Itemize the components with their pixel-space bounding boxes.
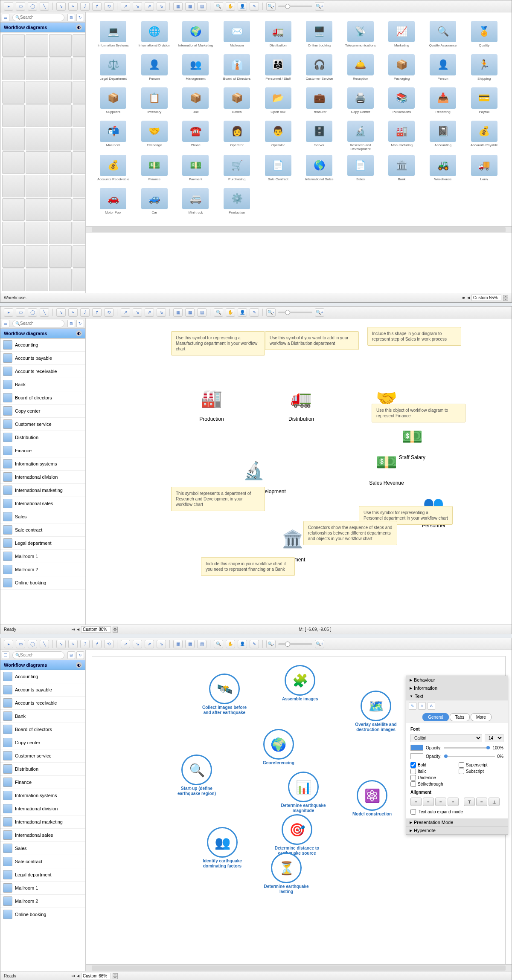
tool-conn2[interactable]: ⤷ — [68, 2, 78, 11]
bg-swatch[interactable] — [410, 753, 423, 759]
thumbnail[interactable] — [2, 175, 25, 197]
thumbnail[interactable] — [49, 175, 72, 197]
library-item[interactable]: 🚛Distribution — [259, 21, 297, 51]
tool-line[interactable]: ╲ — [40, 2, 49, 11]
flow-node-distribution[interactable]: 🚛Distribution — [282, 382, 320, 422]
font-size-select[interactable]: 14 — [485, 734, 503, 742]
list-item[interactable]: Board of directors — [0, 723, 85, 736]
valign-mid[interactable]: ≡ — [476, 798, 487, 806]
list-item[interactable]: Finance — [0, 776, 85, 789]
thumbnail[interactable] — [2, 151, 25, 174]
library-item[interactable]: ⚙️Production — [218, 188, 256, 218]
list-item[interactable]: Board of directors — [0, 391, 85, 405]
thumbnail[interactable] — [73, 175, 85, 197]
zoom-in[interactable]: 🔍+ — [315, 2, 324, 11]
search-box[interactable]: 🔍 — [12, 651, 64, 659]
side-refresh-icon[interactable]: ↻ — [76, 320, 84, 327]
library-item[interactable]: 👤Person — [424, 54, 462, 84]
tool-conn1[interactable]: ↘ — [56, 2, 66, 11]
thumbnail[interactable] — [73, 81, 85, 104]
list-item[interactable]: Mailroom 1 — [0, 882, 85, 895]
tool-hand[interactable]: ✋ — [226, 2, 235, 11]
zoom-down[interactable]: ▾ — [503, 298, 508, 301]
circle-node[interactable]: 🔍Start-up (define earthquake region) — [173, 755, 220, 796]
list-item[interactable]: Sales — [0, 842, 85, 855]
align-justify[interactable]: ≡ — [448, 798, 459, 806]
thumbnail[interactable] — [2, 104, 25, 127]
thumbnail[interactable] — [73, 104, 85, 127]
page-first-icon[interactable]: ⏮ — [72, 627, 75, 631]
thumbnail[interactable] — [26, 222, 48, 244]
library-item[interactable]: 💻Information Systems — [94, 21, 132, 51]
tool-oval[interactable]: ◯ — [28, 2, 37, 11]
library-item[interactable]: 🏛️Bank — [383, 155, 421, 185]
library-item[interactable]: 📄Sale Contract — [259, 155, 297, 185]
list-item[interactable]: Sale contract — [0, 523, 85, 537]
library-item[interactable]: 📦Suppliers — [94, 87, 132, 117]
list-item[interactable]: Accounts payable — [0, 683, 85, 697]
tool-c1[interactable]: ↘ — [56, 640, 66, 648]
list-item[interactable]: Information systems — [0, 789, 85, 802]
align-left[interactable]: ≡ — [410, 798, 422, 806]
library-item[interactable]: 🛎️Reception — [342, 54, 380, 84]
cb-italic[interactable]: Italic — [410, 769, 455, 774]
zoom-input[interactable] — [81, 626, 111, 633]
tool-c2[interactable]: ⤷ — [68, 640, 78, 648]
tool-zoom[interactable]: 🔍 — [214, 2, 223, 11]
tool-a1[interactable]: ↗ — [121, 308, 130, 317]
text-tool-1[interactable]: ✎ — [409, 702, 416, 710]
library-item[interactable]: 👨Operator — [259, 121, 297, 151]
tool-a3[interactable]: ⇗ — [145, 640, 154, 648]
zoom-down[interactable]: ▾ — [113, 976, 118, 979]
tool-a2[interactable]: ↘ — [133, 640, 142, 648]
library-item[interactable]: 📦Box — [177, 87, 215, 117]
zoom-slider[interactable] — [278, 643, 312, 645]
panel-header[interactable]: Workflow diagrams ◐ — [0, 660, 85, 670]
page-prev-icon[interactable]: ◀ — [77, 627, 79, 631]
library-item[interactable]: 🗄️Server — [300, 121, 338, 151]
list-item[interactable]: Accounts receivable — [0, 697, 85, 710]
thumbnail[interactable] — [2, 198, 25, 221]
list-item[interactable]: Distribution — [0, 431, 85, 444]
tool-line[interactable]: ╲ — [40, 640, 49, 648]
zoom-in[interactable]: 🔍+ — [315, 640, 324, 648]
tool-group1[interactable]: ▦ — [173, 2, 183, 11]
tool-edit[interactable]: ✎ — [250, 2, 259, 11]
library-item[interactable]: 👔Board of Directors — [218, 54, 256, 84]
side-refresh-icon[interactable]: ↻ — [76, 14, 84, 21]
thumbnail[interactable] — [26, 34, 48, 57]
thumbnail[interactable] — [26, 175, 48, 197]
thumbnail[interactable] — [49, 34, 72, 57]
list-item[interactable]: Legal department — [0, 537, 85, 550]
list-item[interactable]: Information systems — [0, 457, 85, 471]
side-grid-icon[interactable]: ⊞ — [67, 320, 75, 327]
tool-a2[interactable]: ↘ — [133, 308, 142, 317]
tool-g1[interactable]: ▦ — [173, 640, 183, 648]
inspector-section[interactable]: ▶Presentation Mode — [406, 818, 508, 827]
library-item[interactable]: 🖨️Copy Center — [342, 87, 380, 117]
library-item[interactable]: 📬Mailroom — [94, 121, 132, 151]
tool-edit[interactable]: ✎ — [250, 640, 259, 648]
list-item[interactable]: Online booking — [0, 576, 85, 590]
circle-node[interactable]: ⚛️Model construction — [352, 780, 392, 817]
circle-node[interactable]: 🗺️Overlay satellite and destruction imag… — [352, 691, 399, 732]
list-item[interactable]: Copy center — [0, 736, 85, 749]
library-item[interactable]: 🤝Exchange — [136, 121, 174, 151]
thumbnail[interactable] — [49, 151, 72, 174]
tool-group2[interactable]: ▩ — [185, 2, 195, 11]
list-item[interactable]: Mailroom 2 — [0, 895, 85, 908]
h-scrollbar[interactable] — [86, 964, 512, 971]
library-item[interactable]: 🚗Motor Pool — [94, 188, 132, 218]
thumbnail[interactable] — [2, 269, 25, 291]
tool-hand[interactable]: ✋ — [226, 640, 235, 648]
thumbnail[interactable] — [2, 128, 25, 150]
library-item[interactable]: 👨‍👩‍👧Personnel / Staff — [259, 54, 297, 84]
zoom-up[interactable]: ▴ — [113, 627, 118, 630]
valign-top[interactable]: ⊤ — [464, 798, 475, 806]
side-refresh-icon[interactable]: ↻ — [76, 651, 84, 659]
tool-c1[interactable]: ↘ — [56, 308, 66, 317]
page-prev-icon[interactable]: ◀ — [467, 296, 470, 300]
list-item[interactable]: Customer service — [0, 749, 85, 763]
library-item[interactable]: 🏭Manufacturing — [383, 121, 421, 151]
library-item[interactable]: 📓Accounting — [424, 121, 462, 151]
